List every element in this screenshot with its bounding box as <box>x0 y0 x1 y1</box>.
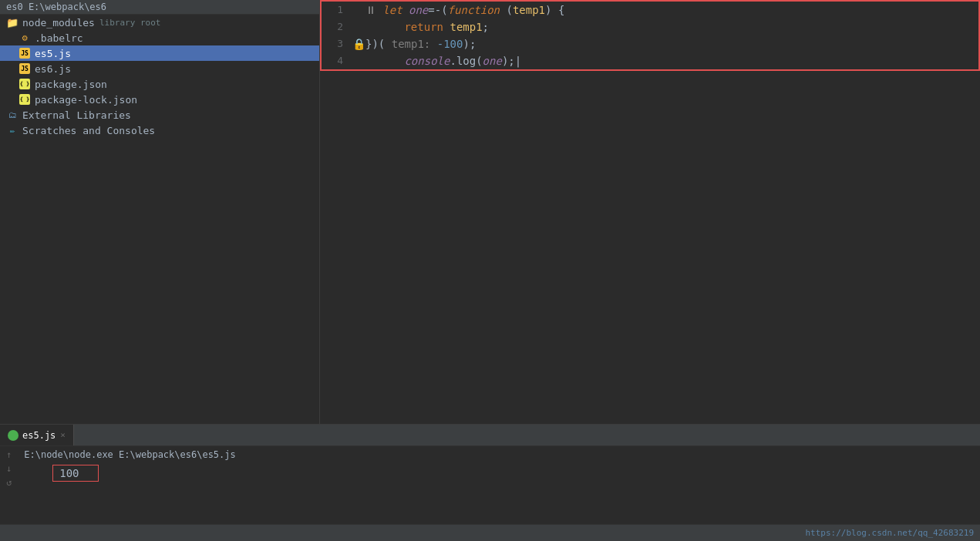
scroll-controls: ↑ ↓ ↺ <box>0 446 18 491</box>
package-lock-json-icon: { } <box>19 93 31 106</box>
sidebar-item-packagejson[interactable]: { } package.json <box>0 76 319 92</box>
project-path: es0 E:\webpack\es6 <box>0 0 319 15</box>
folder-icon: 📁 <box>6 16 19 29</box>
code-line-1: 1 ⏸ let one=-(function (temp1) { <box>322 2 978 18</box>
external-libraries-icon: 🗂 <box>6 109 19 121</box>
code-line-3: 3 🔒})( temp1: -100); <box>322 35 978 52</box>
line-number-1: 1 <box>322 2 352 18</box>
line-content-4: console.log(one);| <box>352 52 521 69</box>
bottom-tabs: es5.js × <box>0 425 980 446</box>
editor-area: 1 ⏸ let one=-(function (temp1) { 2 retur… <box>320 0 980 424</box>
bottom-content: ↑ ↓ ↺ E:\node\node.exe E:\webpack\es6\es… <box>0 446 980 524</box>
sidebar-item-packagelockjson[interactable]: { } package-lock.json <box>0 92 319 107</box>
sidebar-item-external-libraries[interactable]: 🗂 External Libraries <box>0 107 319 123</box>
library-root-label: library root <box>99 18 160 28</box>
line-content-2: return temp1; <box>352 18 489 35</box>
line-content-3: 🔒})( temp1: -100); <box>352 35 476 52</box>
babelrc-label: .babelrc <box>35 32 83 44</box>
scroll-refresh-icon[interactable]: ↺ <box>6 477 12 488</box>
packagejson-label: package.json <box>35 79 107 90</box>
console-output-value: 100 <box>52 465 99 482</box>
node-modules-label: node_modules <box>22 17 95 29</box>
es5-js-icon: JS <box>19 47 31 59</box>
scroll-up-icon[interactable]: ↑ <box>6 449 12 460</box>
es5js-label: es5.js <box>35 48 71 59</box>
main-area: es0 E:\webpack\es6 📁 node_modules librar… <box>0 0 980 424</box>
scratches-icon: ✏ <box>6 124 19 136</box>
console-path: E:\node\node.exe E:\webpack\es6\es5.js <box>18 446 980 463</box>
sidebar-item-scratches[interactable]: ✏ Scratches and Consoles <box>0 123 319 138</box>
sidebar: es0 E:\webpack\es6 📁 node_modules librar… <box>0 0 320 424</box>
tab-label: es5.js <box>22 430 56 441</box>
line-number-3: 3 <box>322 35 352 52</box>
code-block: 1 ⏸ let one=-(function (temp1) { 2 retur… <box>320 0 980 71</box>
sidebar-item-node-modules[interactable]: 📁 node_modules library root <box>0 15 319 30</box>
status-bar-link[interactable]: https://blog.csdn.net/qq_42683219 <box>805 528 974 538</box>
bottom-tab-es5js[interactable]: es5.js × <box>0 425 74 445</box>
sidebar-item-es5js[interactable]: JS es5.js <box>0 45 319 61</box>
scroll-down-icon[interactable]: ↓ <box>6 463 12 474</box>
code-line-4: 4 console.log(one);| <box>322 52 978 69</box>
code-content: 1 ⏸ let one=-(function (temp1) { 2 retur… <box>322 2 978 69</box>
console-output-area: 100 <box>18 463 980 483</box>
external-libraries-label: External Libraries <box>22 109 131 121</box>
packagelockjson-label: package-lock.json <box>35 94 137 106</box>
package-json-icon: { } <box>19 78 31 90</box>
babel-icon: ⚙ <box>19 32 31 44</box>
editor-empty <box>320 71 980 424</box>
status-bar: https://blog.csdn.net/qq_42683219 <box>0 524 980 541</box>
bottom-panel: es5.js × ↑ ↓ ↺ E:\node\node.exe E:\webpa… <box>0 424 980 524</box>
sidebar-item-babelrc[interactable]: ⚙ .babelrc <box>0 30 319 45</box>
tab-run-icon <box>8 430 19 441</box>
code-line-2: 2 return temp1; <box>322 18 978 35</box>
line-number-4: 4 <box>322 52 352 69</box>
line-content-1: ⏸ let one=-(function (temp1) { <box>352 2 564 18</box>
es6js-label: es6.js <box>35 63 71 75</box>
es6-js-icon: JS <box>19 62 31 75</box>
tab-close-icon[interactable]: × <box>60 430 66 440</box>
scratches-label: Scratches and Consoles <box>22 125 155 136</box>
sidebar-item-es6js[interactable]: JS es6.js <box>0 61 319 76</box>
line-number-2: 2 <box>322 18 352 35</box>
